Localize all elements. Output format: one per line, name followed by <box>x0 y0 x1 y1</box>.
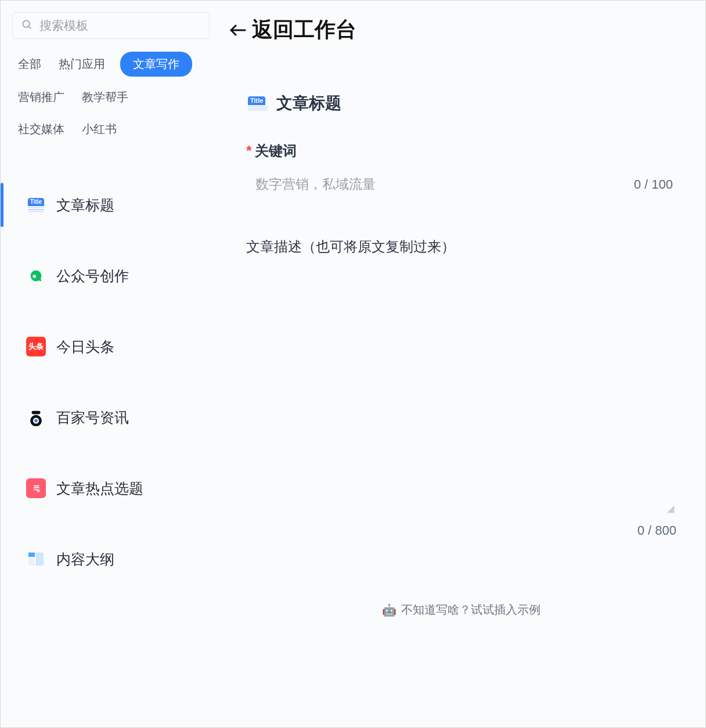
search-icon <box>21 19 39 33</box>
description-label: 文章描述（也可将原文复制过来） <box>246 237 676 256</box>
template-list: Title 文章标题 公众号创作 头条 <box>1 170 211 594</box>
keyword-label: 关键词 <box>255 143 297 158</box>
arrow-left-icon <box>229 23 246 37</box>
tag-article-writing[interactable]: 文章写作 <box>120 52 192 77</box>
template-label: 今日头条 <box>56 337 114 356</box>
tag-marketing[interactable]: 营销推广 <box>16 86 67 109</box>
template-label: 百家号资讯 <box>56 408 129 427</box>
template-label: 文章标题 <box>56 196 114 215</box>
svg-rect-9 <box>28 558 35 565</box>
page-title: 文章标题 <box>276 92 341 114</box>
tag-teaching[interactable]: 教学帮手 <box>80 86 131 109</box>
main: 返回工作台 Title 文章标题 *关键词 0 / 100 文章描述（也可将原文… <box>223 1 705 727</box>
template-label: 文章热点选题 <box>56 479 143 498</box>
description-textarea[interactable] <box>246 270 676 514</box>
svg-rect-2 <box>32 411 41 415</box>
svg-line-1 <box>29 27 31 29</box>
svg-rect-7 <box>28 553 35 557</box>
sidebar: 全部 热门应用 文章写作 营销推广 教学帮手 社交媒体 小红书 Title <box>1 1 223 727</box>
template-article-hotspot[interactable]: 文章热点选题 <box>1 453 211 524</box>
back-button[interactable]: 返回工作台 <box>229 16 676 44</box>
category-tags: 全部 热门应用 文章写作 营销推广 教学帮手 社交媒体 小红书 <box>16 52 211 140</box>
search-input[interactable] <box>39 19 201 33</box>
baijiahao-icon <box>26 408 46 427</box>
svg-point-0 <box>23 20 30 27</box>
title-icon: Title <box>246 92 269 115</box>
hotspot-icon <box>26 478 46 498</box>
description-counter: 0 / 800 <box>637 523 676 538</box>
keyword-counter: 0 / 100 <box>634 177 673 192</box>
svg-point-4 <box>34 419 38 423</box>
template-content-outline[interactable]: 内容大纲 <box>1 524 211 594</box>
template-baijiahao[interactable]: 百家号资讯 <box>1 382 211 453</box>
hint-text: 不知道写啥？试试插入示例 <box>401 602 541 618</box>
template-label: 公众号创作 <box>56 266 129 286</box>
template-wechat-creation[interactable]: 公众号创作 <box>1 240 211 311</box>
tag-social[interactable]: 社交媒体 <box>16 118 67 140</box>
keyword-field: *关键词 0 / 100 文章描述（也可将原文复制过来） 0 / 800 🤖 <box>246 142 676 618</box>
insert-example-hint[interactable]: 🤖 不知道写啥？试试插入示例 <box>246 602 676 618</box>
robot-icon: 🤖 <box>382 603 397 617</box>
tag-popular[interactable]: 热门应用 <box>56 53 107 75</box>
template-toutiao[interactable]: 头条 今日头条 <box>1 311 211 382</box>
wechat-icon <box>26 266 46 286</box>
page-title-row: Title 文章标题 <box>246 92 676 115</box>
required-icon: * <box>246 143 251 158</box>
tag-xiaohongshu[interactable]: 小红书 <box>80 118 119 140</box>
resize-handle-icon[interactable] <box>666 504 675 516</box>
search-box[interactable] <box>12 12 210 39</box>
tag-all[interactable]: 全部 <box>16 53 44 75</box>
title-icon: Title <box>26 195 46 215</box>
template-label: 内容大纲 <box>56 550 114 569</box>
template-article-title[interactable]: Title 文章标题 <box>1 170 211 240</box>
toutiao-icon: 头条 <box>26 337 46 356</box>
svg-rect-8 <box>36 553 44 566</box>
keyword-input[interactable] <box>246 173 548 196</box>
outline-icon <box>26 549 46 569</box>
back-label: 返回工作台 <box>252 16 356 44</box>
